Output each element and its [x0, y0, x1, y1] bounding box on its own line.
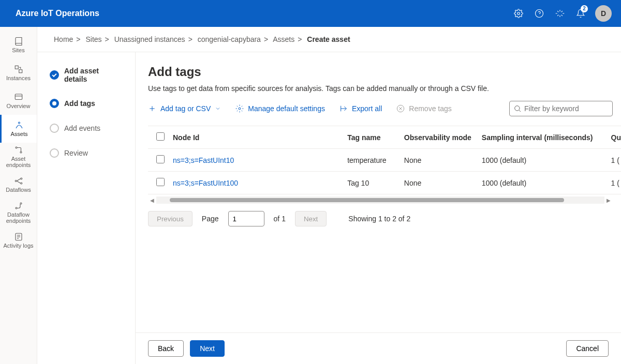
assets-icon	[14, 120, 24, 130]
scroll-left-icon[interactable]: ◀	[148, 198, 156, 203]
plus-icon	[148, 104, 156, 113]
breadcrumb-link[interactable]: congenial-capybara	[198, 35, 261, 43]
manage-defaults-button[interactable]: Manage default settings	[235, 104, 325, 113]
step-review[interactable]: Review	[50, 148, 123, 158]
feedback-button[interactable]	[550, 3, 570, 24]
chevron-down-icon	[215, 105, 221, 112]
asset-endpoints-icon	[14, 145, 23, 155]
overview-icon	[14, 93, 23, 102]
page-heading: Add tags	[148, 65, 621, 79]
node-id-link[interactable]: ns=3;s=FastUInt100	[173, 179, 238, 187]
previous-page-button: Previous	[148, 211, 193, 226]
dataflow-endpoints-icon	[14, 201, 23, 210]
nav-item-dataflow-endpoints[interactable]: Dataflow endpoints	[0, 199, 37, 226]
nav-item-asset-endpoints[interactable]: Asset endpoints	[0, 143, 37, 171]
svg-point-9	[20, 151, 22, 153]
page-input[interactable]	[228, 211, 264, 226]
svg-point-13	[16, 207, 17, 209]
notifications-button[interactable]: 2	[570, 3, 591, 24]
help-icon	[535, 9, 544, 18]
nav-item-instances[interactable]: Instances	[0, 59, 37, 87]
node-id-link[interactable]: ns=3;s=FastUInt10	[173, 156, 234, 164]
toolbar: Add tag or CSV Manage default settings E…	[148, 101, 621, 116]
horizontal-scrollbar[interactable]: ◀ ▶	[148, 196, 613, 204]
breadcrumb-link[interactable]: Sites	[85, 35, 101, 43]
step-add-asset-details[interactable]: Add asset details	[50, 67, 123, 83]
table-row: ns=3;s=FastUInt10 temperature None 1000 …	[148, 149, 621, 172]
notification-badge: 2	[581, 5, 588, 12]
col-queue[interactable]: Qu	[611, 126, 621, 149]
svg-point-21	[239, 108, 241, 110]
instances-icon	[14, 65, 23, 74]
side-nav: Sites Instances Overview Assets Asset en…	[0, 27, 37, 364]
toolbar-label: Export all	[352, 104, 382, 113]
nav-item-overview[interactable]: Overview	[0, 87, 37, 115]
step-label: Add events	[64, 124, 100, 132]
export-all-button[interactable]: Export all	[339, 104, 382, 113]
svg-line-28	[519, 110, 521, 112]
main-panel: Add tags Use tags to get data from speci…	[136, 52, 621, 364]
select-all-checkbox[interactable]	[156, 132, 165, 141]
col-tag-name[interactable]: Tag name	[347, 126, 404, 149]
cell-queue: 1 (	[611, 149, 621, 172]
breadcrumb-link[interactable]: Unassigned instances	[114, 35, 185, 43]
nav-label: Instances	[6, 75, 31, 81]
toolbar-label: Remove tags	[409, 104, 451, 113]
col-node-id[interactable]: Node Id	[173, 126, 347, 149]
svg-rect-4	[19, 70, 22, 73]
table-row: ns=3;s=FastUInt100 Tag 10 None 1000 (def…	[148, 172, 621, 194]
user-avatar[interactable]: D	[595, 5, 612, 22]
col-sampling[interactable]: Sampling interval (milliseconds)	[482, 126, 611, 149]
cell-tag-name: temperature	[347, 149, 404, 172]
add-tag-button[interactable]: Add tag or CSV	[148, 104, 221, 113]
breadcrumb-link[interactable]: Home	[54, 35, 73, 43]
next-button[interactable]: Next	[190, 340, 225, 357]
step-add-events[interactable]: Add events	[50, 124, 123, 133]
showing-label: Showing 1 to 2 of 2	[348, 215, 410, 223]
svg-point-14	[20, 203, 22, 204]
wizard-stepper: Add asset details Add tags Add events Re…	[37, 52, 136, 364]
remove-icon	[396, 104, 405, 113]
toolbar-label: Manage default settings	[248, 104, 325, 113]
row-checkbox[interactable]	[156, 178, 165, 186]
tags-table: Node Id Tag name Observability mode Samp…	[148, 126, 621, 194]
toolbar-label: Add tag or CSV	[160, 104, 211, 113]
nav-label: Assets	[10, 131, 27, 137]
page-description: Use tags to get data from specific sourc…	[148, 84, 621, 93]
cell-sampling: 1000 (default)	[482, 149, 611, 172]
activity-logs-icon	[14, 232, 23, 241]
cancel-button[interactable]: Cancel	[566, 340, 609, 357]
nav-label: Dataflow endpoints	[0, 211, 37, 224]
settings-button[interactable]	[508, 3, 529, 24]
nav-item-assets[interactable]: Assets	[0, 115, 37, 143]
filter-input[interactable]	[509, 101, 613, 116]
page-label: Page	[202, 215, 219, 223]
nav-item-sites[interactable]: Sites	[0, 31, 37, 59]
svg-point-12	[20, 183, 22, 184]
search-icon	[513, 104, 522, 113]
gear-icon	[514, 9, 523, 18]
row-checkbox[interactable]	[156, 155, 165, 163]
nav-label: Overview	[7, 103, 31, 109]
nav-label: Dataflows	[6, 187, 31, 193]
step-label: Review	[64, 149, 88, 157]
help-button[interactable]	[529, 3, 550, 24]
scroll-right-icon[interactable]: ▶	[604, 198, 613, 203]
remove-tags-button: Remove tags	[396, 104, 451, 113]
pagination: Previous Page of 1 Next Showing 1 to 2 o…	[148, 211, 621, 226]
nav-item-dataflows[interactable]: Dataflows	[0, 171, 37, 199]
step-indicator-done-icon	[50, 70, 59, 80]
cell-obs-mode: None	[404, 149, 482, 172]
svg-point-1	[536, 10, 543, 18]
filter-box	[509, 101, 613, 116]
cell-queue: 1 (	[611, 172, 621, 194]
breadcrumb-link[interactable]: Assets	[273, 35, 294, 43]
nav-item-activity-logs[interactable]: Activity logs	[0, 226, 37, 254]
svg-point-11	[20, 178, 22, 179]
step-add-tags[interactable]: Add tags	[50, 99, 123, 108]
cell-tag-name: Tag 10	[347, 172, 404, 194]
step-indicator-icon	[50, 124, 59, 133]
back-button[interactable]: Back	[148, 340, 184, 357]
col-obs-mode[interactable]: Observability mode	[404, 126, 482, 149]
step-indicator-active-icon	[50, 99, 59, 108]
